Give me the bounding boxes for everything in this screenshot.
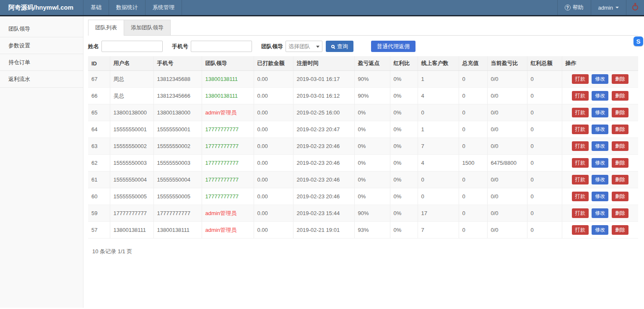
col-online-clients: 线上客户数: [418, 56, 459, 71]
tab-add-team-leader[interactable]: 添加团队领导: [124, 20, 171, 35]
cell-team-leader: 17777777777: [202, 155, 254, 171]
cell-id: 67: [88, 71, 110, 88]
name-input[interactable]: [101, 41, 163, 52]
cell-actions: 打款 修改 删除: [562, 155, 638, 171]
cell-username: 13800138000: [110, 104, 153, 121]
col-bonus-ratio: 红利比: [390, 56, 418, 71]
corner-logo-badge-icon[interactable]: S: [634, 36, 643, 46]
cell-bonus-ratio: 0%: [390, 88, 418, 104]
edit-button[interactable]: 修改: [592, 192, 608, 201]
col-phone: 手机号: [153, 56, 202, 71]
delete-button[interactable]: 删除: [612, 175, 628, 184]
cell-phone: 17777777777: [153, 205, 202, 222]
pay-button[interactable]: 打款: [572, 175, 589, 184]
sidebar-item-team-leader[interactable]: 团队领导: [0, 21, 83, 37]
pay-button[interactable]: 打款: [572, 108, 589, 117]
delete-button[interactable]: 删除: [612, 141, 628, 151]
cell-pl-rebate: 90%: [354, 71, 390, 88]
delete-button[interactable]: 删除: [612, 125, 628, 134]
delete-button[interactable]: 删除: [612, 208, 628, 218]
edit-button[interactable]: 修改: [592, 141, 608, 151]
edit-button[interactable]: 修改: [592, 175, 608, 184]
cell-username: 周总: [110, 71, 153, 88]
menu-item-statistics[interactable]: 数据统计: [109, 0, 145, 15]
cell-actions: 打款 修改 删除: [562, 104, 638, 121]
delete-button[interactable]: 删除: [612, 74, 628, 84]
pay-button[interactable]: 打款: [572, 158, 589, 168]
pay-button[interactable]: 打款: [572, 208, 589, 218]
main-menu: 基础 数据统计 系统管理: [83, 0, 182, 15]
cell-bonus-ratio: 0%: [390, 104, 418, 121]
sidebar-item-position-orders[interactable]: 持仓订单: [0, 54, 83, 71]
tab-team-list[interactable]: 团队列表: [88, 20, 124, 35]
cell-online-clients: 1: [418, 71, 459, 88]
pay-button[interactable]: 打款: [572, 91, 589, 101]
col-username: 用户名: [110, 56, 153, 71]
sidebar: 团队领导 参数设置 持仓订单 返利流水: [0, 16, 83, 308]
cell-pl-rebate: 0%: [354, 155, 390, 171]
agent-rebate-button[interactable]: 普通代理返佣: [371, 41, 415, 52]
cell-register-time: 2019-02-23 20:46: [293, 188, 354, 205]
cell-pl-rebate: 0%: [354, 171, 390, 188]
delete-button[interactable]: 删除: [612, 108, 628, 117]
cell-bonus-total: 0: [527, 205, 562, 222]
pay-button[interactable]: 打款: [572, 74, 589, 84]
table-row: 57 13800138111 13800138111 admin管理员 0.00…: [88, 222, 638, 239]
cell-online-clients: 4: [418, 155, 459, 171]
search-button-label: 查询: [337, 43, 348, 50]
edit-button[interactable]: 修改: [592, 74, 608, 84]
cell-team-leader: 13800138111: [202, 71, 254, 88]
help-button[interactable]: ? 帮助: [557, 0, 591, 15]
edit-button[interactable]: 修改: [592, 108, 608, 117]
col-pl-rebate: 盈亏返点: [354, 56, 390, 71]
team-table: ID 用户名 手机号 团队领导 已打款金额 注册时间 盈亏返点 红利比 线上客户…: [88, 56, 638, 239]
menu-item-basic[interactable]: 基础: [83, 0, 109, 15]
cell-phone: 15555550003: [153, 155, 202, 171]
cell-phone: 15555550002: [153, 138, 202, 155]
team-select[interactable]: 选择团队: [286, 41, 322, 52]
edit-button[interactable]: 修改: [592, 91, 608, 101]
pay-button[interactable]: 打款: [572, 141, 589, 151]
delete-button[interactable]: 删除: [612, 225, 628, 235]
edit-button[interactable]: 修改: [592, 225, 608, 235]
sidebar-item-parameters[interactable]: 参数设置: [0, 37, 83, 54]
cell-actions: 打款 修改 删除: [562, 88, 638, 104]
chevron-down-icon: [615, 7, 619, 8]
cell-bonus-ratio: 0%: [390, 205, 418, 222]
cell-total-recharge: 1500: [459, 155, 487, 171]
col-total-recharge: 总充值: [459, 56, 487, 71]
menu-item-system[interactable]: 系统管理: [145, 0, 182, 15]
help-label: 帮助: [573, 4, 584, 11]
delete-button[interactable]: 删除: [612, 91, 628, 101]
search-button[interactable]: 查询: [326, 41, 353, 52]
navbar-spacer: [182, 0, 557, 15]
cell-bonus-total: 0: [527, 155, 562, 171]
edit-button[interactable]: 修改: [592, 208, 608, 218]
delete-button[interactable]: 删除: [612, 158, 628, 168]
delete-button[interactable]: 删除: [612, 192, 628, 201]
edit-button[interactable]: 修改: [592, 158, 608, 168]
pay-button[interactable]: 打款: [572, 225, 589, 235]
cell-online-clients: 1: [418, 121, 459, 138]
col-bonus-total: 红利总额: [527, 56, 562, 71]
filter-bar: 姓名 手机号 团队领导 选择团队 查询 普通代理返佣: [88, 41, 638, 52]
cell-bonus-ratio: 0%: [390, 121, 418, 138]
cell-online-clients: 0: [418, 171, 459, 188]
edit-button[interactable]: 修改: [592, 125, 608, 134]
cell-register-time: 2019-02-25 16:00: [293, 104, 354, 121]
pay-button[interactable]: 打款: [572, 125, 589, 134]
cell-pl-rebate: 0%: [354, 188, 390, 205]
cell-pl-rebate: 0%: [354, 104, 390, 121]
cell-current-pl: 6475/8800: [487, 155, 527, 171]
cell-username: 13800138111: [110, 222, 153, 239]
phone-input[interactable]: [191, 41, 252, 52]
pay-button[interactable]: 打款: [572, 192, 589, 201]
cell-bonus-ratio: 0%: [390, 222, 418, 239]
sidebar-item-rebate-flow[interactable]: 返利流水: [0, 71, 83, 88]
top-navbar: 阿奇源码/hnymwl.com 基础 数据统计 系统管理 ? 帮助 admin: [0, 0, 644, 16]
user-dropdown[interactable]: admin: [591, 0, 626, 15]
cell-paid-amount: 0.00: [254, 71, 293, 88]
cell-paid-amount: 0.00: [254, 205, 293, 222]
logout-button[interactable]: [626, 0, 644, 15]
cell-id: 65: [88, 104, 110, 121]
